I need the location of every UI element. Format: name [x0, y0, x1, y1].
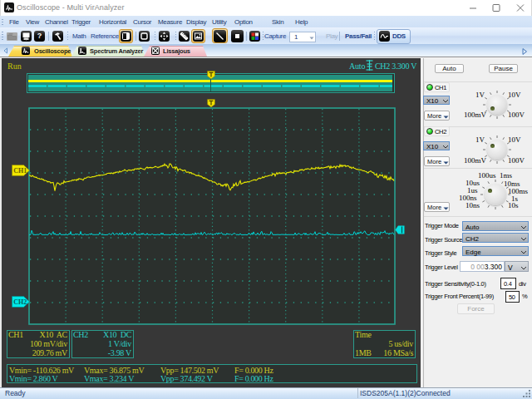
- svg-text:CH1: CH1: [13, 167, 27, 175]
- svg-text:CH2: CH2: [13, 298, 27, 306]
